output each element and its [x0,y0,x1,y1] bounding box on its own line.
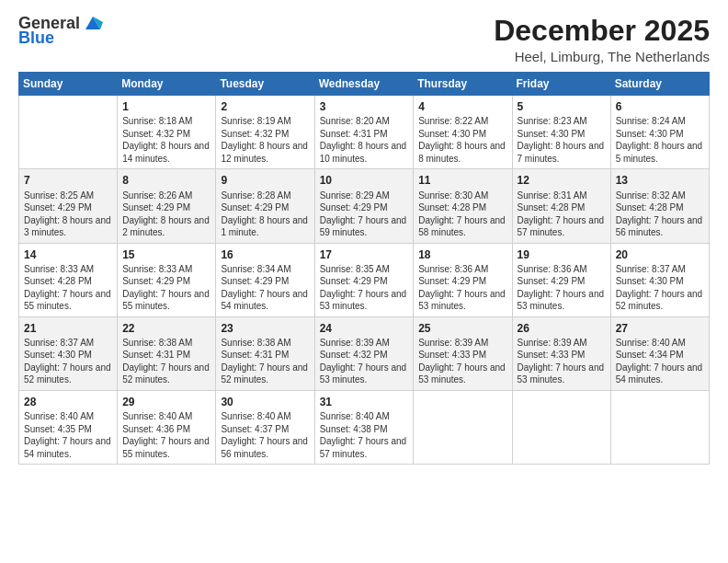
day-number: 19 [518,247,606,262]
day-info: Sunrise: 8:40 AMSunset: 4:36 PMDaylight:… [122,410,210,460]
table-row: 24Sunrise: 8:39 AMSunset: 4:32 PMDayligh… [314,316,414,390]
col-wednesday: Wednesday [314,73,414,96]
day-number: 31 [320,395,409,409]
day-number: 21 [24,321,112,336]
table-row [19,96,118,169]
day-number: 18 [418,247,506,262]
calendar-week-row: 28Sunrise: 8:40 AMSunset: 4:35 PMDayligh… [19,390,710,464]
day-number: 30 [221,395,309,409]
table-row: 18Sunrise: 8:36 AMSunset: 4:29 PMDayligh… [414,243,512,316]
table-row: 7Sunrise: 8:25 AMSunset: 4:29 PMDaylight… [19,169,118,243]
day-info: Sunrise: 8:38 AMSunset: 4:31 PMDaylight:… [221,337,309,386]
table-row: 27Sunrise: 8:40 AMSunset: 4:34 PMDayligh… [610,316,709,390]
day-info: Sunrise: 8:20 AMSunset: 4:31 PMDaylight:… [320,115,409,165]
day-number: 20 [616,247,704,262]
table-row: 13Sunrise: 8:32 AMSunset: 4:28 PMDayligh… [610,169,709,243]
day-info: Sunrise: 8:40 AMSunset: 4:34 PMDaylight:… [616,337,704,386]
table-row [512,390,610,464]
day-number: 8 [122,173,210,188]
day-info: Sunrise: 8:30 AMSunset: 4:28 PMDaylight:… [418,190,506,239]
day-info: Sunrise: 8:40 AMSunset: 4:37 PMDaylight:… [221,410,309,460]
day-info: Sunrise: 8:38 AMSunset: 4:31 PMDaylight:… [122,337,210,386]
main-title: December 2025 [494,15,710,47]
day-info: Sunrise: 8:24 AMSunset: 4:30 PMDaylight:… [616,115,704,165]
col-thursday: Thursday [414,73,512,96]
day-info: Sunrise: 8:29 AMSunset: 4:29 PMDaylight:… [320,190,409,239]
day-number: 12 [518,173,606,188]
day-info: Sunrise: 8:26 AMSunset: 4:29 PMDaylight:… [122,190,210,239]
table-row [610,390,709,464]
day-info: Sunrise: 8:35 AMSunset: 4:29 PMDaylight:… [320,263,409,313]
day-number: 11 [418,173,506,188]
table-row: 12Sunrise: 8:31 AMSunset: 4:28 PMDayligh… [512,169,610,243]
day-number: 7 [24,173,112,188]
table-row: 10Sunrise: 8:29 AMSunset: 4:29 PMDayligh… [314,169,414,243]
table-row: 28Sunrise: 8:40 AMSunset: 4:35 PMDayligh… [19,390,118,464]
day-info: Sunrise: 8:37 AMSunset: 4:30 PMDaylight:… [24,337,112,386]
table-row: 30Sunrise: 8:40 AMSunset: 4:37 PMDayligh… [216,390,314,464]
table-row: 8Sunrise: 8:26 AMSunset: 4:29 PMDaylight… [118,169,216,243]
table-row: 26Sunrise: 8:39 AMSunset: 4:33 PMDayligh… [512,316,610,390]
day-number: 15 [122,247,210,262]
day-info: Sunrise: 8:33 AMSunset: 4:29 PMDaylight:… [122,263,210,313]
table-row: 14Sunrise: 8:33 AMSunset: 4:28 PMDayligh… [19,243,118,316]
table-row: 20Sunrise: 8:37 AMSunset: 4:30 PMDayligh… [610,243,709,316]
logo: General Blue [18,15,103,48]
day-info: Sunrise: 8:39 AMSunset: 4:33 PMDaylight:… [418,337,506,386]
day-info: Sunrise: 8:32 AMSunset: 4:28 PMDaylight:… [616,190,704,239]
day-number: 26 [518,321,606,336]
col-monday: Monday [118,73,216,96]
header: General Blue December 2025 Heel, Limburg… [18,15,710,64]
calendar-week-row: 14Sunrise: 8:33 AMSunset: 4:28 PMDayligh… [19,243,710,316]
table-row: 1Sunrise: 8:18 AMSunset: 4:32 PMDaylight… [118,96,216,169]
col-friday: Friday [512,73,610,96]
col-tuesday: Tuesday [216,73,314,96]
table-row [414,390,512,464]
day-info: Sunrise: 8:40 AMSunset: 4:35 PMDaylight:… [24,410,112,460]
day-number: 13 [616,173,704,188]
table-row: 11Sunrise: 8:30 AMSunset: 4:28 PMDayligh… [414,169,512,243]
col-sunday: Sunday [19,73,118,96]
day-number: 25 [418,321,506,336]
day-number: 16 [221,247,309,262]
day-info: Sunrise: 8:31 AMSunset: 4:28 PMDaylight:… [518,190,606,239]
day-number: 24 [320,321,409,336]
day-number: 14 [24,247,112,262]
col-saturday: Saturday [610,73,709,96]
day-info: Sunrise: 8:23 AMSunset: 4:30 PMDaylight:… [518,115,606,165]
calendar: Sunday Monday Tuesday Wednesday Thursday… [18,72,710,465]
table-row: 6Sunrise: 8:24 AMSunset: 4:30 PMDaylight… [610,96,709,169]
logo-text-blue: Blue [18,29,54,48]
table-row: 23Sunrise: 8:38 AMSunset: 4:31 PMDayligh… [216,316,314,390]
day-number: 28 [24,395,112,409]
day-number: 27 [616,321,704,336]
day-info: Sunrise: 8:33 AMSunset: 4:28 PMDaylight:… [24,263,112,313]
table-row: 21Sunrise: 8:37 AMSunset: 4:30 PMDayligh… [19,316,118,390]
calendar-header-row: Sunday Monday Tuesday Wednesday Thursday… [19,73,710,96]
day-number: 22 [122,321,210,336]
day-info: Sunrise: 8:28 AMSunset: 4:29 PMDaylight:… [221,190,309,239]
logo-icon [83,13,103,33]
day-info: Sunrise: 8:39 AMSunset: 4:33 PMDaylight:… [518,337,606,386]
day-number: 10 [320,173,409,188]
day-info: Sunrise: 8:37 AMSunset: 4:30 PMDaylight:… [616,263,704,313]
title-block: December 2025 Heel, Limburg, The Netherl… [494,15,710,64]
table-row: 22Sunrise: 8:38 AMSunset: 4:31 PMDayligh… [118,316,216,390]
day-number: 4 [418,99,506,114]
day-info: Sunrise: 8:22 AMSunset: 4:30 PMDaylight:… [418,115,506,165]
day-info: Sunrise: 8:36 AMSunset: 4:29 PMDaylight:… [418,263,506,313]
day-number: 3 [320,99,409,114]
day-number: 6 [616,99,704,114]
day-number: 17 [320,247,409,262]
table-row: 17Sunrise: 8:35 AMSunset: 4:29 PMDayligh… [314,243,414,316]
table-row: 5Sunrise: 8:23 AMSunset: 4:30 PMDaylight… [512,96,610,169]
table-row: 31Sunrise: 8:40 AMSunset: 4:38 PMDayligh… [314,390,414,464]
table-row: 19Sunrise: 8:36 AMSunset: 4:29 PMDayligh… [512,243,610,316]
table-row: 9Sunrise: 8:28 AMSunset: 4:29 PMDaylight… [216,169,314,243]
table-row: 25Sunrise: 8:39 AMSunset: 4:33 PMDayligh… [414,316,512,390]
day-number: 23 [221,321,309,336]
table-row: 2Sunrise: 8:19 AMSunset: 4:32 PMDaylight… [216,96,314,169]
page: General Blue December 2025 Heel, Limburg… [0,0,728,563]
table-row: 16Sunrise: 8:34 AMSunset: 4:29 PMDayligh… [216,243,314,316]
day-info: Sunrise: 8:18 AMSunset: 4:32 PMDaylight:… [122,115,210,165]
